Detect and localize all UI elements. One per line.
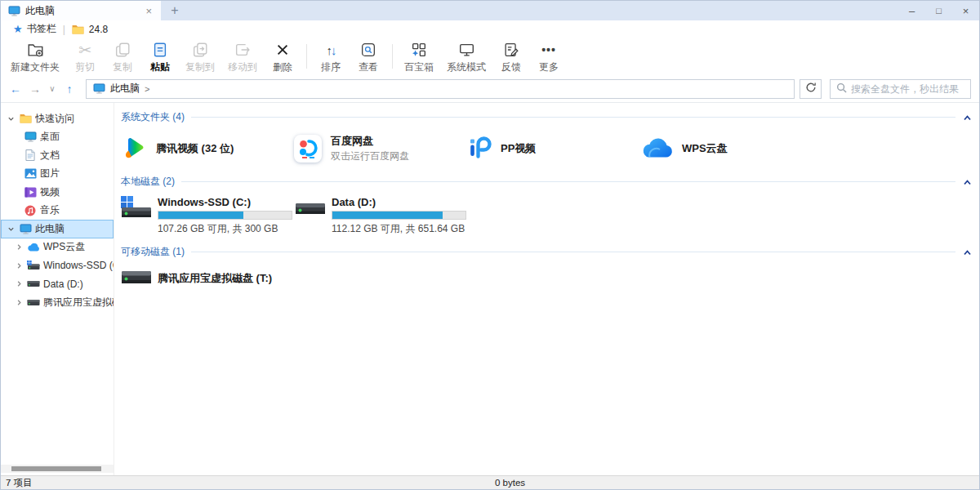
new-folder-button[interactable]: 新建文件夹 <box>4 38 66 74</box>
disk-icon <box>27 298 40 307</box>
move-to-button[interactable]: 移动到 <box>221 38 264 74</box>
copy-to-button[interactable]: 复制到 <box>179 38 221 74</box>
collapse-section-icon[interactable] <box>964 247 971 258</box>
history-dropdown-icon[interactable]: ∨ <box>47 84 58 93</box>
collapse-section-icon[interactable] <box>964 112 971 123</box>
tab-close-icon[interactable]: × <box>143 5 154 17</box>
sidebar-item-quick-access[interactable]: 快速访问 <box>1 109 114 128</box>
window-controls: – □ × <box>898 1 979 20</box>
breadcrumb[interactable]: 此电脑 > <box>86 79 795 99</box>
tile-subtitle: 双击运行百度网盘 <box>331 149 409 163</box>
sidebar-horizontal-scrollbar[interactable] <box>1 465 114 473</box>
capacity-bar-fill <box>332 212 443 219</box>
baidu-netdisk-icon <box>294 135 322 163</box>
copy-button[interactable]: 复制 <box>104 38 141 74</box>
chevron-down-icon[interactable] <box>6 115 16 122</box>
tile-baidu-netdisk[interactable]: 百度网盘 双击运行百度网盘 <box>294 132 467 165</box>
capacity-text: 107.26 GB 可用, 共 300 GB <box>158 222 292 236</box>
sidebar-item-music[interactable]: 音乐 <box>1 202 114 220</box>
search-input[interactable] <box>851 83 964 95</box>
tile-tencent-video[interactable]: 腾讯视频 (32 位) <box>121 132 294 165</box>
file-list-panel: 系统文件夹 (4) 腾讯视频 (32 位) 百度网盘 双击运行百度网盘 <box>114 103 979 475</box>
section-title: 本地磁盘 (2) <box>121 175 175 189</box>
toolbar-separator <box>306 44 307 69</box>
search-icon <box>836 82 847 96</box>
sidebar-item-videos[interactable]: 视频 <box>1 183 114 202</box>
cut-button[interactable]: ✂ 剪切 <box>66 38 104 74</box>
drive-tencent-virtual-disk-t[interactable]: 腾讯应用宝虚拟磁盘 (T:) <box>121 269 971 288</box>
tile-label: WPS云盘 <box>682 141 728 156</box>
sidebar-item-desktop[interactable]: 桌面 <box>1 128 114 147</box>
minimize-button[interactable]: – <box>898 1 925 20</box>
sidebar-item-tencent-virtual-disk-t[interactable]: 腾讯应用宝虚拟磁盘 (T:) <box>1 293 114 312</box>
divider <box>191 252 956 252</box>
capacity-bar <box>332 211 466 220</box>
chevron-right-icon[interactable] <box>14 299 24 306</box>
disk-icon <box>27 279 40 288</box>
toolbox-icon <box>410 40 428 60</box>
more-icon: ••• <box>541 40 556 60</box>
section-header-removable-disks: 可移动磁盘 (1) <box>121 243 971 261</box>
chevron-down-icon[interactable] <box>6 225 16 233</box>
paste-button[interactable]: 粘贴 <box>141 38 179 74</box>
sidebar-item-pictures[interactable]: 图片 <box>1 165 114 184</box>
breadcrumb-root[interactable]: 此电脑 <box>110 82 140 96</box>
forward-button[interactable]: → <box>27 82 43 96</box>
computer-icon <box>92 83 105 94</box>
tab-this-pc[interactable]: 此电脑 × <box>1 1 161 20</box>
toolbox-button[interactable]: 百宝箱 <box>398 38 440 74</box>
back-button[interactable]: ← <box>7 82 24 96</box>
feedback-button[interactable]: 反馈 <box>492 38 530 74</box>
section-header-local-disks: 本地磁盘 (2) <box>121 173 971 190</box>
sidebar-item-this-pc[interactable]: 此电脑 <box>1 220 114 238</box>
system-folders-grid: 腾讯视频 (32 位) 百度网盘 双击运行百度网盘 PP视频 <box>121 126 971 173</box>
bookmarks-label[interactable]: 书签栏 <box>27 22 56 36</box>
delete-button[interactable]: 删除 <box>264 38 301 74</box>
more-button[interactable]: ••• 更多 <box>530 38 568 74</box>
pp-video-icon <box>467 136 492 163</box>
content-area: 快速访问 桌面 文档 图片 视频 音乐 <box>1 103 979 475</box>
chevron-right-icon[interactable] <box>14 280 24 287</box>
local-disks-grid: Windows-SSD (C:) 107.26 GB 可用, 共 300 GB … <box>121 190 971 243</box>
sort-button[interactable]: ↑↓ 排序 <box>312 38 350 74</box>
sidebar-item-windows-ssd-c[interactable]: Windows-SSD (C:) <box>1 256 114 275</box>
toolbar-separator <box>392 44 393 69</box>
sidebar-item-data-d[interactable]: Data (D:) <box>1 275 114 294</box>
chevron-right-icon[interactable] <box>14 262 24 270</box>
scrollbar-thumb[interactable] <box>11 466 101 471</box>
document-icon <box>24 149 37 161</box>
collapse-section-icon[interactable] <box>964 176 971 188</box>
new-tab-button[interactable]: + <box>161 1 189 20</box>
bookmark-folder-label[interactable]: 24.8 <box>89 24 108 35</box>
section-header-system-folders: 系统文件夹 (4) <box>121 109 971 126</box>
star-icon[interactable]: ★ <box>13 24 23 34</box>
tile-wps-cloud[interactable]: WPS云盘 <box>640 132 813 165</box>
toolbar: 新建文件夹 ✂ 剪切 复制 粘贴 复制到 移动到 删除 ↑↓ 排序 <box>1 38 979 75</box>
sort-icon: ↑↓ <box>327 40 336 60</box>
refresh-button[interactable] <box>800 79 822 99</box>
tile-pp-video[interactable]: PP视频 <box>467 132 640 165</box>
sidebar-item-label: 文档 <box>40 149 60 163</box>
sidebar-item-label: 快速访问 <box>35 112 74 126</box>
sidebar-item-wps-cloud[interactable]: WPS云盘 <box>1 238 114 257</box>
maximize-button[interactable]: □ <box>925 1 952 20</box>
section-title: 可移动磁盘 (1) <box>121 245 185 259</box>
close-button[interactable]: × <box>952 1 979 20</box>
toolbar-button-label: 更多 <box>539 60 559 74</box>
chevron-right-icon[interactable] <box>14 243 24 251</box>
disk-icon <box>121 269 152 288</box>
up-button[interactable]: ↑ <box>61 82 78 96</box>
capacity-bar <box>158 211 292 220</box>
toolbar-button-label: 复制到 <box>185 60 215 74</box>
view-button[interactable]: 查看 <box>350 38 387 74</box>
computer-icon <box>7 6 20 16</box>
view-icon <box>359 40 377 60</box>
drive-windows-ssd-c[interactable]: Windows-SSD (C:) 107.26 GB 可用, 共 300 GB <box>121 196 295 236</box>
sidebar-item-documents[interactable]: 文档 <box>1 146 114 165</box>
new-folder-icon <box>26 40 45 60</box>
system-mode-button[interactable]: 系统模式 <box>440 38 492 74</box>
chevron-right-icon[interactable]: > <box>145 84 149 94</box>
drive-data-d[interactable]: Data (D:) 112.12 GB 可用, 共 651.64 GB <box>295 196 469 236</box>
tile-label: 百度网盘 <box>331 134 409 149</box>
search-box <box>830 79 971 99</box>
